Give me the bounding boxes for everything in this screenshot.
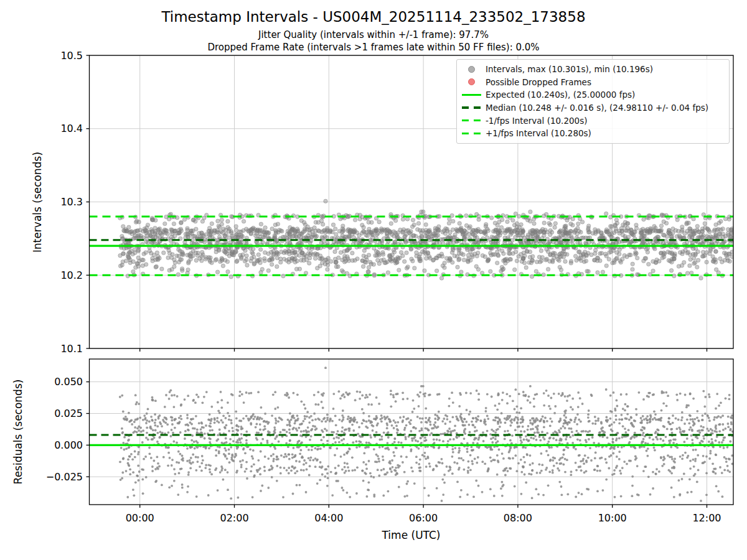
legend-item-expected: Expected (10.240s), (25.00000 fps) (457, 88, 729, 101)
legend-item-plus-1fps: +1/fps Interval (10.280s) (457, 127, 729, 140)
svg-text:04:00: 04:00 (314, 512, 343, 524)
intervals-dot-icon (468, 66, 475, 73)
legend-item-label: +1/fps Interval (10.280s) (486, 128, 591, 138)
svg-text:06:00: 06:00 (409, 512, 438, 524)
legend-item-label: Expected (10.240s), (25.00000 fps) (486, 90, 635, 100)
median-line-icon (462, 106, 481, 109)
svg-text:0.000: 0.000 (54, 439, 83, 451)
minus-1fps-line-icon (462, 119, 481, 122)
x-tick-labels: 00:0002:0004:0006:0008:0010:0012:00 (126, 512, 721, 524)
svg-text:10.3: 10.3 (60, 196, 83, 208)
svg-text:02:00: 02:00 (220, 512, 248, 524)
svg-text:10.4: 10.4 (60, 123, 83, 134)
intervals-y-axis-label: Intervals (seconds) (31, 109, 45, 296)
legend-item-minus-1fps: -1/fps Interval (10.200s) (457, 114, 729, 127)
svg-text:00:00: 00:00 (126, 512, 154, 524)
expected-line-icon (462, 94, 481, 96)
jitter-quality-subtitle: Jitter Quality (intervals within +/-1 fr… (0, 29, 747, 40)
residuals-y-tick-labels: 0.0500.0250.000−0.025 (46, 376, 83, 483)
svg-text:0.025: 0.025 (54, 408, 83, 419)
dropped-frame-rate-subtitle: Dropped Frame Rate (intervals >1 frames … (0, 42, 747, 53)
legend-item-possible-dropped-frames: Possible Dropped Frames (457, 76, 729, 89)
legend-item-median: Median (10.248 +/- 0.016 s), (24.98110 +… (457, 101, 729, 114)
svg-text:0.050: 0.050 (54, 376, 83, 388)
legend-item-label: Median (10.248 +/- 0.016 s), (24.98110 +… (486, 103, 708, 113)
chart-title: Timestamp Intervals - US004M_20251114_23… (0, 9, 747, 25)
x-axis-label: Time (UTC) (89, 529, 733, 541)
legend-item-label: Intervals, max (10.301s), min (10.196s) (486, 64, 653, 74)
svg-text:10.2: 10.2 (60, 269, 83, 281)
residuals-y-axis-label: Residuals (seconds) (12, 338, 26, 525)
svg-text:10:00: 10:00 (598, 512, 627, 524)
plus-1fps-line-icon (462, 133, 481, 135)
legend: Intervals, max (10.301s), min (10.196s) … (456, 59, 730, 144)
dropped-frames-dot-icon (468, 78, 475, 85)
svg-text:−0.025: −0.025 (46, 471, 83, 483)
legend-item-label: -1/fps Interval (10.200s) (486, 116, 587, 126)
intervals-y-tick-labels: 10.510.410.310.210.1 (60, 50, 83, 355)
svg-text:10.1: 10.1 (60, 343, 83, 355)
legend-item-intervals: Intervals, max (10.301s), min (10.196s) (457, 63, 729, 76)
svg-text:12:00: 12:00 (692, 512, 721, 524)
svg-text:08:00: 08:00 (504, 512, 532, 524)
legend-item-label: Possible Dropped Frames (486, 77, 591, 87)
